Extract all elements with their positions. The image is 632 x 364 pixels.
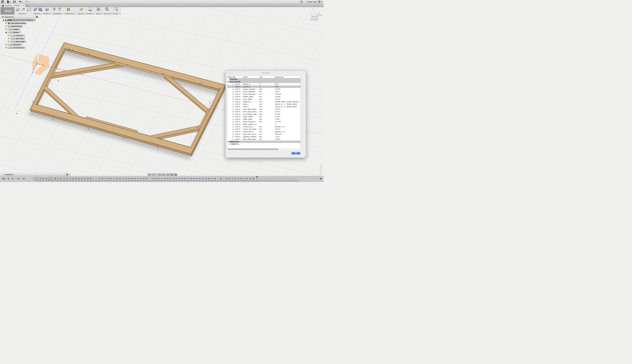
svg-text:Charlie Yan: Charlie Yan: [307, 1, 316, 3]
svg-text:Sketches: Sketches: [13, 44, 21, 46]
svg-text:?: ?: [319, 1, 320, 3]
svg-text:Mount (28): Mount (28): [16, 41, 24, 42]
svg-text:Bodies: Bodies: [13, 32, 19, 33]
svg-text:16x20 Family Poster v2 v82: 16x20 Family Poster v2 v82: [12, 19, 33, 21]
svg-text:BROWSER: BROWSER: [5, 16, 14, 18]
svg-text:Construction: Construction: [13, 47, 24, 49]
svg-text:Document Settings: Document Settings: [11, 22, 27, 24]
svg-text:Z: Z: [310, 18, 311, 20]
svg-text:Y: Y: [313, 7, 314, 8]
svg-text:Origin: Origin: [13, 28, 18, 30]
svg-text:Back (14): Back (14): [16, 38, 24, 40]
svg-text:X: X: [321, 14, 322, 16]
svg-text:Named Views: Named Views: [11, 26, 22, 27]
svg-text:Front (7): Front (7): [16, 35, 23, 36]
svg-text:COMMENTS: COMMENTS: [4, 174, 14, 176]
